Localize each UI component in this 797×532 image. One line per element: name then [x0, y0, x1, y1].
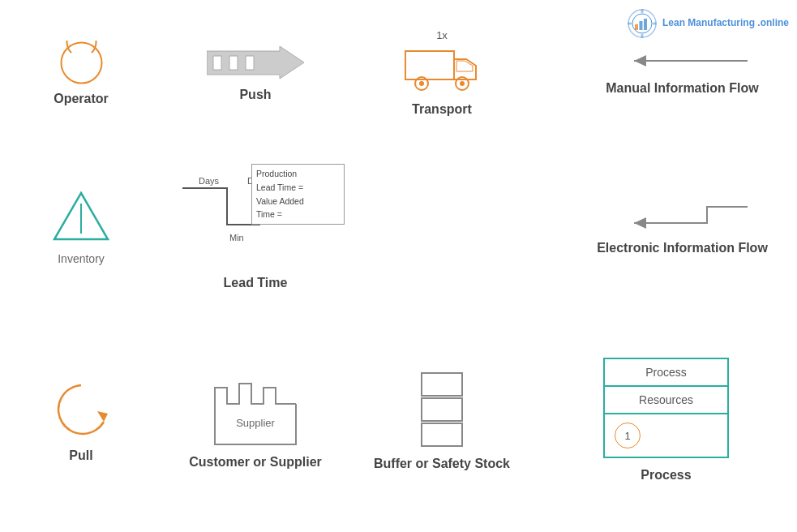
svg-marker-27	[97, 411, 108, 422]
buffer-cell: Buffer or Safety Stock	[349, 308, 535, 532]
inventory-icon	[53, 189, 109, 246]
process-line1: Process	[605, 359, 727, 387]
process-cell: Process Resources 1 Process	[535, 308, 797, 532]
svg-text:Supplier: Supplier	[236, 417, 275, 429]
transport-label: Transport	[412, 102, 472, 117]
svg-rect-11	[213, 56, 221, 70]
svg-rect-12	[229, 56, 238, 70]
svg-text:Days: Days	[199, 176, 220, 186]
electronic-flow-label: Electronic Information Flow	[597, 241, 768, 255]
svg-rect-29	[422, 373, 462, 396]
svg-rect-13	[246, 56, 254, 70]
buffer-icon	[418, 369, 466, 450]
electronic-flow-cell: Electronic Information Flow	[535, 146, 797, 308]
electronic-flow-icon	[618, 199, 748, 231]
operator-icon	[59, 41, 104, 85]
push-label: Push	[239, 88, 271, 102]
svg-marker-20	[634, 55, 646, 66]
supplier-label: Customer or Supplier	[189, 455, 322, 470]
process-box: Process Resources 1	[603, 358, 729, 458]
buffer-label: Buffer or Safety Stock	[374, 457, 510, 471]
push-icon	[207, 45, 304, 81]
transport-cell: 1x Transport	[349, 0, 535, 146]
svg-point-16	[419, 81, 424, 86]
supplier-cell: Supplier Customer or Supplier	[162, 308, 349, 532]
inventory-small-cell: Inventory	[0, 146, 162, 308]
svg-rect-31	[422, 423, 462, 446]
lead-time-box-line3: Value Added	[256, 196, 304, 206]
operator-cell: Operator	[0, 0, 162, 146]
manual-flow-label: Manual Information Flow	[606, 81, 758, 96]
manual-flow-cell: Manual Information Flow	[535, 0, 797, 146]
pull-cell: Pull	[0, 308, 162, 532]
svg-text:Min: Min	[229, 233, 244, 242]
transport-icon	[401, 43, 482, 96]
svg-marker-26	[634, 217, 646, 229]
svg-point-18	[460, 81, 465, 86]
transport-count: 1x	[436, 29, 448, 41]
svg-rect-14	[405, 51, 454, 79]
supplier-icon: Supplier	[211, 371, 300, 448]
lead-time-box-line1: Production	[256, 169, 297, 178]
inventory-small-label: Inventory	[58, 252, 105, 265]
process-number: 1	[615, 423, 641, 448]
manual-flow-icon	[618, 51, 748, 71]
svg-rect-30	[422, 398, 462, 421]
empty-cell-23	[349, 146, 535, 308]
lead-time-label: Lead Time	[224, 276, 288, 290]
lead-time-box-line2: Lead Time =	[256, 182, 303, 192]
lead-time-cell: Days Days Min Production Lead Time = Val…	[162, 146, 349, 308]
pull-label: Pull	[69, 448, 92, 463]
process-label: Process	[641, 468, 691, 483]
process-line2: Resources	[605, 387, 727, 414]
pull-icon	[49, 377, 114, 442]
operator-label: Operator	[54, 92, 109, 106]
lead-time-box-line4: Time =	[256, 209, 282, 219]
svg-point-9	[61, 42, 101, 83]
push-cell: Push	[162, 0, 349, 146]
